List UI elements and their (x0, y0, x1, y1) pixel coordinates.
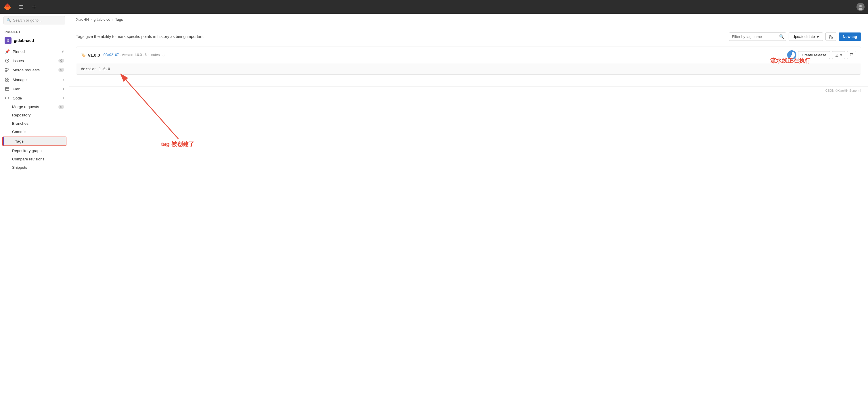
breadcrumb-sep-1: › (91, 17, 92, 22)
sort-chevron-icon: ∨ (816, 34, 819, 39)
breadcrumb-sep-2: › (112, 17, 113, 22)
breadcrumb-current: Tags (115, 17, 123, 22)
sidebar-item-commits[interactable]: Commits (0, 128, 69, 136)
tag-created-annotation: tag 被创建了 (161, 140, 194, 148)
project-name[interactable]: gitlab-cicd (14, 38, 34, 43)
breadcrumb: XiaoHH › gitlab-cicd › Tags (69, 14, 868, 25)
code-merge-requests-badge: 0 (58, 105, 64, 109)
tag-meta: 09a02167 · Version 1.0.0 · 6 minutes ago (103, 53, 166, 57)
manage-label: Manage (13, 78, 27, 82)
page-footer: CSDN ©XiaoHH Supermi (69, 86, 868, 95)
tag-actions: Create release ▾ (787, 50, 856, 60)
pin-icon: 📌 (5, 49, 10, 54)
user-avatar[interactable] (857, 3, 865, 11)
sidebar-item-manage[interactable]: Manage › (0, 75, 69, 84)
sidebar: 🔍 Search or go to... Project G gitlab-ci… (0, 14, 69, 399)
manage-icon (5, 77, 10, 82)
search-bar[interactable]: 🔍 Search or go to... (3, 16, 65, 25)
svg-rect-16 (5, 80, 7, 81)
branches-label: Branches (5, 121, 29, 126)
create-release-button[interactable]: Create release (798, 51, 830, 59)
sidebar-item-merge-requests-pinned[interactable]: Merge requests 0 (0, 65, 69, 74)
rss-button[interactable] (826, 32, 836, 41)
tag-item-header: 🏷️ v1.0.0 09a02167 · Version 1.0.0 · 6 m… (76, 47, 861, 63)
svg-point-10 (5, 68, 7, 69)
svg-rect-2 (19, 8, 23, 9)
tag-icon: 🏷️ (81, 53, 86, 57)
pinned-section: 📌 Pinned ∨ Issues 0 Merge requests 0 (0, 46, 69, 75)
filter-input[interactable] (729, 32, 786, 41)
svg-point-7 (859, 8, 863, 10)
sidebar-item-tags[interactable]: Tags (3, 137, 66, 145)
tags-header-actions: 🔍 Updated date ∨ New tag (729, 32, 861, 41)
footer-text: CSDN ©XiaoHH Supermi (826, 89, 861, 92)
snippets-label: Snippets (5, 165, 27, 170)
breadcrumb-user[interactable]: XiaoHH (76, 17, 89, 22)
delete-button[interactable] (847, 51, 856, 59)
download-button[interactable]: ▾ (832, 51, 845, 59)
chevron-down-icon: ∨ (62, 49, 64, 54)
compare-revisions-label: Compare revisions (5, 157, 44, 161)
tag-item: 🏷️ v1.0.0 09a02167 · Version 1.0.0 · 6 m… (76, 46, 861, 75)
sidebar-item-compare-revisions[interactable]: Compare revisions (0, 155, 69, 163)
sidebar-item-branches[interactable]: Branches (0, 119, 69, 128)
search-icon: 🔍 (7, 18, 11, 23)
sidebar-item-code[interactable]: Code › (0, 93, 69, 103)
download-label: ▾ (840, 53, 842, 57)
sidebar-item-code-merge-requests[interactable]: Merge requests 0 (0, 103, 69, 111)
code-merge-requests-label: Merge requests (5, 105, 39, 109)
repository-label: Repository (5, 113, 31, 117)
svg-line-29 (121, 74, 178, 139)
gitlab-logo[interactable] (3, 3, 11, 11)
svg-point-12 (5, 70, 7, 72)
svg-rect-14 (5, 78, 7, 79)
filter-search-icon: 🔍 (779, 34, 784, 39)
tags-content: Tags give the ability to mark specific p… (69, 25, 868, 86)
tag-commit-hash[interactable]: 09a02167 (103, 53, 119, 57)
new-item-button[interactable] (29, 2, 39, 12)
tag-name: v1.0.0 (88, 53, 100, 58)
sidebar-item-repository[interactable]: Repository (0, 111, 69, 119)
sidebar-item-pinned[interactable]: 📌 Pinned ∨ (0, 47, 69, 56)
svg-point-11 (8, 68, 9, 69)
breadcrumb-project[interactable]: gitlab-cicd (93, 17, 111, 22)
pipeline-spinner (788, 52, 795, 58)
merge-requests-pinned-badge: 0 (58, 68, 64, 72)
plan-label: Plan (13, 87, 21, 91)
merge-requests-pinned-label: Merge requests (13, 68, 40, 72)
svg-rect-15 (7, 78, 9, 79)
pinned-label: Pinned (13, 49, 25, 54)
main-layout: 🔍 Search or go to... Project G gitlab-ci… (0, 14, 868, 399)
svg-point-22 (829, 37, 830, 38)
search-placeholder: Search or go to... (13, 18, 42, 23)
tag-message: Version 1.0.0 (81, 67, 110, 71)
sidebar-item-plan[interactable]: Plan › (0, 84, 69, 93)
code-label: Code (13, 96, 22, 100)
svg-rect-1 (19, 7, 23, 7)
sidebar-item-repository-graph[interactable]: Repository graph (0, 146, 69, 155)
code-icon (5, 95, 10, 101)
new-tag-button[interactable]: New tag (839, 32, 861, 41)
tag-time-ago: 6 minutes ago (145, 53, 166, 57)
pipeline-status-button[interactable] (787, 50, 796, 60)
project-name-row: G gitlab-cicd (0, 35, 69, 46)
issues-label: Issues (13, 59, 24, 63)
code-chevron: › (63, 96, 64, 100)
manage-chevron: › (63, 78, 64, 81)
content-area: XiaoHH › gitlab-cicd › Tags Tags give th… (69, 14, 868, 399)
repository-graph-label: Repository graph (5, 148, 42, 153)
tag-version-label: Version 1.0.0 (122, 53, 142, 57)
sidebar-item-issues[interactable]: Issues 0 (0, 56, 69, 65)
merge-request-icon (5, 67, 10, 72)
svg-point-9 (7, 60, 8, 61)
sidebar-item-snippets[interactable]: Snippets (0, 163, 69, 172)
sort-dropdown[interactable]: Updated date ∨ (788, 32, 823, 41)
svg-rect-25 (850, 54, 853, 56)
svg-rect-18 (5, 88, 9, 91)
plan-icon (5, 86, 10, 91)
issues-icon (5, 58, 10, 63)
sidebar-toggle-button[interactable] (16, 2, 27, 12)
svg-point-6 (859, 5, 862, 7)
svg-rect-0 (19, 5, 23, 6)
top-navigation (0, 0, 868, 14)
